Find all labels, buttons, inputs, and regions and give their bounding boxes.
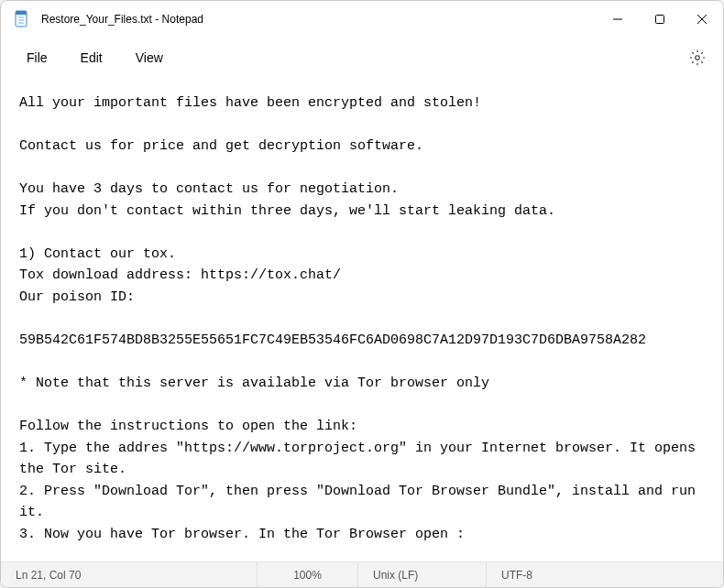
status-zoom[interactable]: 100% bbox=[258, 562, 358, 587]
close-button[interactable] bbox=[681, 1, 723, 38]
maximize-button[interactable] bbox=[639, 1, 681, 38]
text-editor-area[interactable]: All your important files have been encry… bbox=[1, 78, 723, 561]
svg-rect-1 bbox=[16, 11, 27, 15]
text-content: All your important files have been encry… bbox=[19, 95, 704, 561]
minimize-button[interactable] bbox=[597, 1, 639, 38]
window-controls bbox=[597, 1, 723, 38]
notepad-icon bbox=[14, 10, 28, 28]
menu-view[interactable]: View bbox=[119, 45, 180, 71]
status-line-ending: Unix (LF) bbox=[358, 562, 487, 587]
status-encoding: UTF-8 bbox=[487, 562, 723, 587]
titlebar[interactable]: Restore_Your_Files.txt - Notepad bbox=[1, 1, 723, 38]
menu-file[interactable]: File bbox=[10, 45, 64, 71]
statusbar: Ln 21, Col 70 100% Unix (LF) UTF-8 bbox=[1, 561, 723, 587]
svg-rect-6 bbox=[656, 16, 664, 24]
svg-point-9 bbox=[696, 56, 700, 60]
settings-button[interactable] bbox=[681, 41, 714, 74]
menu-edit[interactable]: Edit bbox=[64, 45, 119, 71]
notepad-window: Restore_Your_Files.txt - Notepad File Ed… bbox=[0, 0, 724, 588]
status-cursor-position: Ln 21, Col 70 bbox=[1, 562, 258, 587]
window-title: Restore_Your_Files.txt - Notepad bbox=[41, 13, 597, 26]
menubar: File Edit View bbox=[1, 38, 723, 78]
